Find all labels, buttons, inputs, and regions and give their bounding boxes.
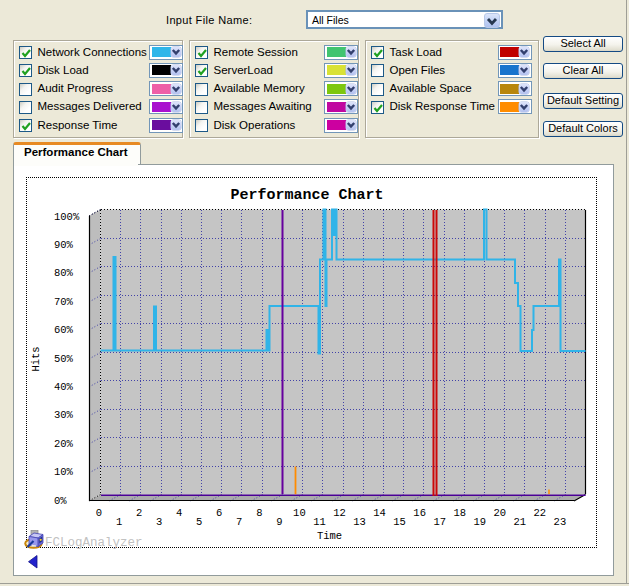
svg-text:11: 11 bbox=[313, 516, 326, 528]
svg-text:30%: 30% bbox=[54, 409, 74, 421]
svg-text:50%: 50% bbox=[54, 353, 74, 365]
svg-text:0%: 0% bbox=[54, 495, 67, 507]
svg-text:6: 6 bbox=[216, 507, 222, 519]
svg-text:12: 12 bbox=[333, 507, 346, 519]
svg-text:70%: 70% bbox=[54, 296, 74, 308]
svg-text:0: 0 bbox=[96, 507, 102, 519]
svg-text:21: 21 bbox=[514, 516, 527, 528]
svg-text:23: 23 bbox=[554, 516, 567, 528]
svg-text:FCLogAnalyzer: FCLogAnalyzer bbox=[45, 536, 143, 550]
svg-text:19: 19 bbox=[473, 516, 486, 528]
svg-text:90%: 90% bbox=[54, 239, 74, 251]
svg-text:100%: 100% bbox=[54, 211, 80, 223]
svg-text:2: 2 bbox=[136, 507, 142, 519]
svg-text:1: 1 bbox=[116, 516, 122, 528]
svg-text:10: 10 bbox=[293, 507, 306, 519]
svg-text:20%: 20% bbox=[54, 438, 74, 450]
svg-text:Performance Chart: Performance Chart bbox=[230, 187, 383, 204]
svg-text:Time: Time bbox=[317, 530, 342, 542]
svg-text:15: 15 bbox=[393, 516, 406, 528]
svg-text:18: 18 bbox=[453, 507, 466, 519]
svg-text:4: 4 bbox=[176, 507, 182, 519]
svg-text:3: 3 bbox=[156, 516, 162, 528]
svg-text:16: 16 bbox=[413, 507, 426, 519]
svg-text:20: 20 bbox=[493, 507, 506, 519]
svg-text:Hits: Hits bbox=[30, 346, 42, 371]
svg-text:8: 8 bbox=[256, 507, 262, 519]
svg-text:80%: 80% bbox=[54, 267, 74, 279]
svg-text:7: 7 bbox=[236, 516, 242, 528]
svg-text:5: 5 bbox=[196, 516, 202, 528]
svg-text:17: 17 bbox=[433, 516, 446, 528]
svg-text:40%: 40% bbox=[54, 381, 74, 393]
svg-text:13: 13 bbox=[353, 516, 366, 528]
svg-text:60%: 60% bbox=[54, 324, 74, 336]
svg-text:22: 22 bbox=[534, 507, 547, 519]
svg-text:14: 14 bbox=[373, 507, 386, 519]
svg-text:10%: 10% bbox=[54, 466, 74, 478]
svg-text:9: 9 bbox=[276, 516, 282, 528]
